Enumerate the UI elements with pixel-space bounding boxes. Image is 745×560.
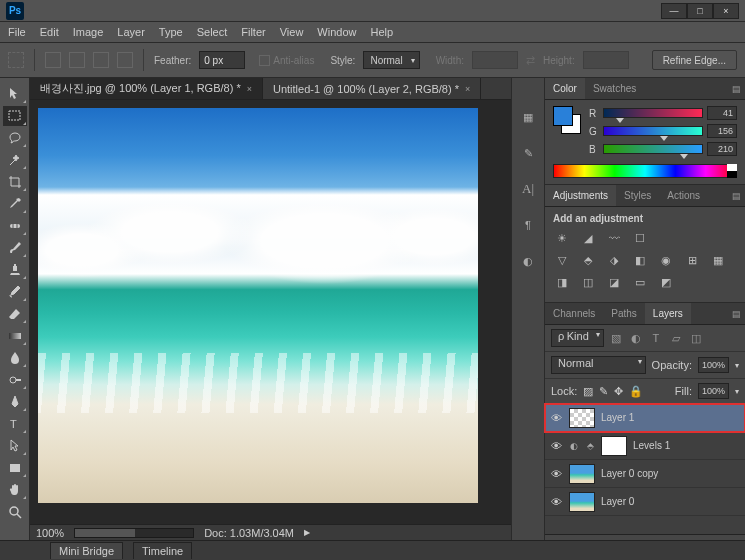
color-spectrum[interactable] [553,164,737,178]
dodge-tool[interactable] [3,370,27,390]
crop-tool[interactable] [3,172,27,192]
channel-value[interactable]: 156 [707,124,737,138]
vibrance-icon[interactable]: ▽ [553,252,571,268]
levels-icon[interactable]: ◢ [579,230,597,246]
layer-row[interactable]: 👁Layer 0 copy [545,460,745,488]
menu-select[interactable]: Select [197,26,228,38]
canvas-viewport[interactable] [30,100,511,524]
lasso-tool[interactable] [3,128,27,148]
close-button[interactable]: × [713,3,739,19]
eyedropper-tool[interactable] [3,194,27,214]
menu-window[interactable]: Window [317,26,356,38]
hand-tool[interactable] [3,480,27,500]
brush-tool[interactable] [3,238,27,258]
tab-channels[interactable]: Channels [545,303,603,324]
visibility-toggle-icon[interactable]: 👁 [549,467,563,481]
channel-slider[interactable] [603,126,703,136]
layer-thumbnail[interactable] [569,464,595,484]
close-icon[interactable]: × [465,84,470,94]
canvas[interactable] [38,108,478,503]
zoom-scrubber[interactable] [74,528,194,538]
visibility-toggle-icon[interactable]: 👁 [549,439,563,453]
rectangle-tool[interactable] [3,458,27,478]
layer-thumbnail[interactable] [601,436,627,456]
style-select[interactable]: Normal [363,51,419,69]
healing-brush-tool[interactable] [3,216,27,236]
lock-transparency-icon[interactable]: ▨ [583,385,593,398]
threshold-icon[interactable]: ◪ [605,274,623,290]
panel-menu-icon[interactable]: ▤ [727,185,745,206]
maximize-button[interactable]: □ [687,3,713,19]
new-selection-icon[interactable] [45,52,61,68]
menu-edit[interactable]: Edit [40,26,59,38]
brushes-panel-icon[interactable]: ✎ [518,144,538,162]
menu-help[interactable]: Help [370,26,393,38]
brightness-icon[interactable]: ☀ [553,230,571,246]
filter-smart-icon[interactable]: ◫ [688,330,704,346]
gradient-map-icon[interactable]: ▭ [631,274,649,290]
blend-mode-select[interactable]: Normal [551,356,646,374]
tab-actions[interactable]: Actions [659,185,708,206]
layer-row[interactable]: 👁Layer 0 [545,488,745,516]
zoom-level[interactable]: 100% [36,527,64,539]
magic-wand-tool[interactable] [3,150,27,170]
exposure-icon[interactable]: ☐ [631,230,649,246]
menu-view[interactable]: View [280,26,304,38]
move-tool[interactable] [3,84,27,104]
tab-swatches[interactable]: Swatches [585,78,644,99]
opacity-input[interactable]: 100% [698,357,729,373]
menu-filter[interactable]: Filter [241,26,265,38]
tab-layers[interactable]: Layers [645,303,691,324]
pen-tool[interactable] [3,392,27,412]
visibility-toggle-icon[interactable]: 👁 [549,495,563,509]
tab-adjustments[interactable]: Adjustments [545,185,616,206]
fill-input[interactable]: 100% [698,383,729,399]
eraser-tool[interactable] [3,304,27,324]
gradient-tool[interactable] [3,326,27,346]
clone-stamp-tool[interactable] [3,260,27,280]
refine-edge-button[interactable]: Refine Edge... [652,50,737,70]
intersect-selection-icon[interactable] [117,52,133,68]
filter-type-icon[interactable]: T [648,330,664,346]
path-selection-tool[interactable] [3,436,27,456]
layer-thumbnail[interactable] [569,492,595,512]
fg-bg-swatch[interactable] [553,106,581,134]
channel-mixer-icon[interactable]: ⊞ [683,252,701,268]
photo-filter-icon[interactable]: ◉ [657,252,675,268]
tool-preset-icon[interactable] [8,52,24,68]
history-panel-icon[interactable]: ▦ [518,108,538,126]
filter-pixel-icon[interactable]: ▧ [608,330,624,346]
layer-row[interactable]: 👁Layer 1 [545,404,745,432]
close-icon[interactable]: × [247,84,252,94]
tab-styles[interactable]: Styles [616,185,659,206]
posterize-icon[interactable]: ◫ [579,274,597,290]
type-tool[interactable]: T [3,414,27,434]
properties-panel-icon[interactable]: ◐ [518,252,538,270]
add-selection-icon[interactable] [69,52,85,68]
hue-icon[interactable]: ⬘ [579,252,597,268]
history-brush-tool[interactable] [3,282,27,302]
menu-image[interactable]: Image [73,26,104,38]
filter-adjust-icon[interactable]: ◐ [628,330,644,346]
filter-kind-select[interactable]: ρ Kind [551,329,604,347]
layer-name[interactable]: Layer 0 [601,496,634,507]
channel-value[interactable]: 41 [707,106,737,120]
bw-icon[interactable]: ◧ [631,252,649,268]
channel-slider[interactable] [603,144,703,154]
menu-layer[interactable]: Layer [117,26,145,38]
channel-value[interactable]: 210 [707,142,737,156]
color-balance-icon[interactable]: ⬗ [605,252,623,268]
panel-menu-icon[interactable]: ▤ [727,303,745,324]
document-tab[interactable]: 배경사진.jpg @ 100% (Layer 1, RGB/8) *× [30,78,263,99]
marquee-tool[interactable] [3,106,27,126]
mini-bridge-tab[interactable]: Mini Bridge [50,542,123,559]
layer-name[interactable]: Layer 0 copy [601,468,658,479]
selective-color-icon[interactable]: ◩ [657,274,675,290]
panel-menu-icon[interactable]: ▤ [727,78,745,99]
document-tab[interactable]: Untitled-1 @ 100% (Layer 2, RGB/8) *× [263,78,481,99]
layer-name[interactable]: Layer 1 [601,412,634,423]
subtract-selection-icon[interactable] [93,52,109,68]
filter-shape-icon[interactable]: ▱ [668,330,684,346]
visibility-toggle-icon[interactable]: 👁 [549,411,563,425]
layer-thumbnail[interactable] [569,408,595,428]
